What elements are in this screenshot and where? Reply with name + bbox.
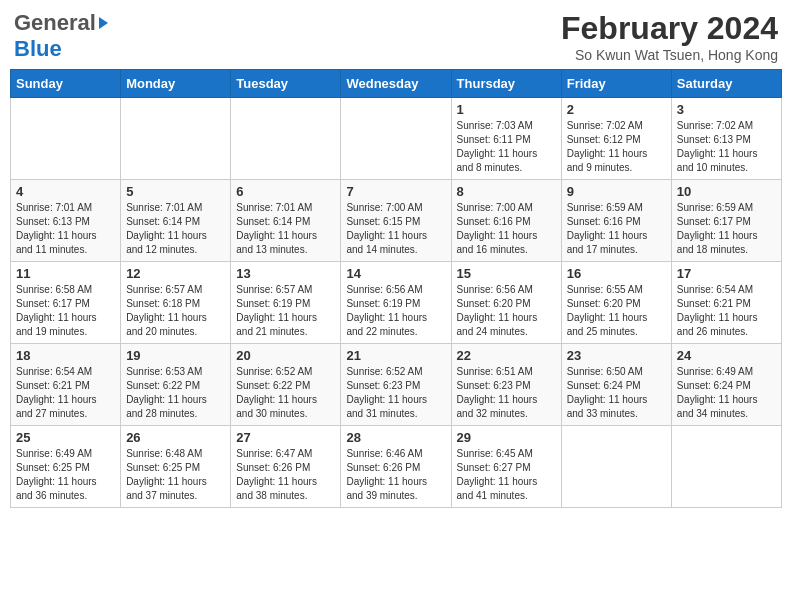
calendar-cell: 4Sunrise: 7:01 AM Sunset: 6:13 PM Daylig… — [11, 180, 121, 262]
cell-info-text: Sunrise: 6:50 AM Sunset: 6:24 PM Dayligh… — [567, 365, 666, 421]
cell-date-number: 17 — [677, 266, 776, 281]
calendar-cell — [231, 98, 341, 180]
cell-date-number: 24 — [677, 348, 776, 363]
cell-info-text: Sunrise: 6:47 AM Sunset: 6:26 PM Dayligh… — [236, 447, 335, 503]
logo-blue: Blue — [14, 36, 62, 61]
cell-info-text: Sunrise: 6:49 AM Sunset: 6:25 PM Dayligh… — [16, 447, 115, 503]
cell-info-text: Sunrise: 7:03 AM Sunset: 6:11 PM Dayligh… — [457, 119, 556, 175]
logo-triangle-icon — [99, 17, 108, 29]
calendar-cell: 15Sunrise: 6:56 AM Sunset: 6:20 PM Dayli… — [451, 262, 561, 344]
calendar-cell: 16Sunrise: 6:55 AM Sunset: 6:20 PM Dayli… — [561, 262, 671, 344]
weekday-header-thursday: Thursday — [451, 70, 561, 98]
calendar-cell: 29Sunrise: 6:45 AM Sunset: 6:27 PM Dayli… — [451, 426, 561, 508]
cell-date-number: 7 — [346, 184, 445, 199]
calendar-cell: 11Sunrise: 6:58 AM Sunset: 6:17 PM Dayli… — [11, 262, 121, 344]
logo: General Blue — [14, 10, 108, 62]
cell-info-text: Sunrise: 6:59 AM Sunset: 6:17 PM Dayligh… — [677, 201, 776, 257]
cell-date-number: 9 — [567, 184, 666, 199]
cell-date-number: 22 — [457, 348, 556, 363]
cell-info-text: Sunrise: 6:56 AM Sunset: 6:19 PM Dayligh… — [346, 283, 445, 339]
cell-date-number: 4 — [16, 184, 115, 199]
cell-date-number: 18 — [16, 348, 115, 363]
weekday-header-friday: Friday — [561, 70, 671, 98]
cell-info-text: Sunrise: 6:52 AM Sunset: 6:22 PM Dayligh… — [236, 365, 335, 421]
cell-info-text: Sunrise: 6:46 AM Sunset: 6:26 PM Dayligh… — [346, 447, 445, 503]
calendar-cell — [341, 98, 451, 180]
cell-date-number: 3 — [677, 102, 776, 117]
calendar-cell — [671, 426, 781, 508]
calendar-cell: 7Sunrise: 7:00 AM Sunset: 6:15 PM Daylig… — [341, 180, 451, 262]
cell-info-text: Sunrise: 7:00 AM Sunset: 6:15 PM Dayligh… — [346, 201, 445, 257]
cell-info-text: Sunrise: 6:55 AM Sunset: 6:20 PM Dayligh… — [567, 283, 666, 339]
weekday-header-saturday: Saturday — [671, 70, 781, 98]
calendar-cell: 9Sunrise: 6:59 AM Sunset: 6:16 PM Daylig… — [561, 180, 671, 262]
cell-date-number: 15 — [457, 266, 556, 281]
cell-info-text: Sunrise: 6:57 AM Sunset: 6:18 PM Dayligh… — [126, 283, 225, 339]
cell-date-number: 25 — [16, 430, 115, 445]
week-row-2: 4Sunrise: 7:01 AM Sunset: 6:13 PM Daylig… — [11, 180, 782, 262]
calendar-subtitle: So Kwun Wat Tsuen, Hong Kong — [561, 47, 778, 63]
cell-date-number: 6 — [236, 184, 335, 199]
weekday-header-row: SundayMondayTuesdayWednesdayThursdayFrid… — [11, 70, 782, 98]
cell-date-number: 29 — [457, 430, 556, 445]
calendar-cell: 1Sunrise: 7:03 AM Sunset: 6:11 PM Daylig… — [451, 98, 561, 180]
cell-date-number: 28 — [346, 430, 445, 445]
cell-date-number: 16 — [567, 266, 666, 281]
cell-date-number: 23 — [567, 348, 666, 363]
cell-info-text: Sunrise: 6:57 AM Sunset: 6:19 PM Dayligh… — [236, 283, 335, 339]
cell-date-number: 2 — [567, 102, 666, 117]
cell-info-text: Sunrise: 6:56 AM Sunset: 6:20 PM Dayligh… — [457, 283, 556, 339]
calendar-cell: 19Sunrise: 6:53 AM Sunset: 6:22 PM Dayli… — [121, 344, 231, 426]
calendar-cell: 18Sunrise: 6:54 AM Sunset: 6:21 PM Dayli… — [11, 344, 121, 426]
calendar-cell: 10Sunrise: 6:59 AM Sunset: 6:17 PM Dayli… — [671, 180, 781, 262]
cell-info-text: Sunrise: 7:00 AM Sunset: 6:16 PM Dayligh… — [457, 201, 556, 257]
calendar-cell: 3Sunrise: 7:02 AM Sunset: 6:13 PM Daylig… — [671, 98, 781, 180]
cell-info-text: Sunrise: 7:01 AM Sunset: 6:13 PM Dayligh… — [16, 201, 115, 257]
cell-info-text: Sunrise: 7:01 AM Sunset: 6:14 PM Dayligh… — [126, 201, 225, 257]
calendar-cell: 2Sunrise: 7:02 AM Sunset: 6:12 PM Daylig… — [561, 98, 671, 180]
cell-date-number: 19 — [126, 348, 225, 363]
logo-general: General — [14, 10, 96, 36]
cell-info-text: Sunrise: 6:54 AM Sunset: 6:21 PM Dayligh… — [16, 365, 115, 421]
calendar-cell: 14Sunrise: 6:56 AM Sunset: 6:19 PM Dayli… — [341, 262, 451, 344]
calendar-cell — [11, 98, 121, 180]
calendar-cell: 12Sunrise: 6:57 AM Sunset: 6:18 PM Dayli… — [121, 262, 231, 344]
calendar-cell: 22Sunrise: 6:51 AM Sunset: 6:23 PM Dayli… — [451, 344, 561, 426]
week-row-1: 1Sunrise: 7:03 AM Sunset: 6:11 PM Daylig… — [11, 98, 782, 180]
calendar-table: SundayMondayTuesdayWednesdayThursdayFrid… — [10, 69, 782, 508]
cell-date-number: 10 — [677, 184, 776, 199]
cell-date-number: 20 — [236, 348, 335, 363]
cell-info-text: Sunrise: 6:52 AM Sunset: 6:23 PM Dayligh… — [346, 365, 445, 421]
cell-date-number: 8 — [457, 184, 556, 199]
calendar-cell: 5Sunrise: 7:01 AM Sunset: 6:14 PM Daylig… — [121, 180, 231, 262]
cell-info-text: Sunrise: 7:02 AM Sunset: 6:13 PM Dayligh… — [677, 119, 776, 175]
header: General Blue February 2024 So Kwun Wat T… — [10, 10, 782, 63]
calendar-cell: 25Sunrise: 6:49 AM Sunset: 6:25 PM Dayli… — [11, 426, 121, 508]
cell-date-number: 26 — [126, 430, 225, 445]
cell-info-text: Sunrise: 6:54 AM Sunset: 6:21 PM Dayligh… — [677, 283, 776, 339]
cell-info-text: Sunrise: 6:53 AM Sunset: 6:22 PM Dayligh… — [126, 365, 225, 421]
cell-info-text: Sunrise: 7:01 AM Sunset: 6:14 PM Dayligh… — [236, 201, 335, 257]
calendar-cell: 27Sunrise: 6:47 AM Sunset: 6:26 PM Dayli… — [231, 426, 341, 508]
cell-date-number: 11 — [16, 266, 115, 281]
calendar-cell: 20Sunrise: 6:52 AM Sunset: 6:22 PM Dayli… — [231, 344, 341, 426]
week-row-3: 11Sunrise: 6:58 AM Sunset: 6:17 PM Dayli… — [11, 262, 782, 344]
calendar-cell: 21Sunrise: 6:52 AM Sunset: 6:23 PM Dayli… — [341, 344, 451, 426]
calendar-cell: 8Sunrise: 7:00 AM Sunset: 6:16 PM Daylig… — [451, 180, 561, 262]
cell-date-number: 21 — [346, 348, 445, 363]
calendar-cell: 28Sunrise: 6:46 AM Sunset: 6:26 PM Dayli… — [341, 426, 451, 508]
calendar-title: February 2024 — [561, 10, 778, 47]
week-row-4: 18Sunrise: 6:54 AM Sunset: 6:21 PM Dayli… — [11, 344, 782, 426]
cell-info-text: Sunrise: 6:45 AM Sunset: 6:27 PM Dayligh… — [457, 447, 556, 503]
cell-date-number: 12 — [126, 266, 225, 281]
weekday-header-tuesday: Tuesday — [231, 70, 341, 98]
calendar-cell: 13Sunrise: 6:57 AM Sunset: 6:19 PM Dayli… — [231, 262, 341, 344]
weekday-header-sunday: Sunday — [11, 70, 121, 98]
title-area: February 2024 So Kwun Wat Tsuen, Hong Ko… — [561, 10, 778, 63]
cell-date-number: 14 — [346, 266, 445, 281]
week-row-5: 25Sunrise: 6:49 AM Sunset: 6:25 PM Dayli… — [11, 426, 782, 508]
cell-date-number: 27 — [236, 430, 335, 445]
cell-date-number: 13 — [236, 266, 335, 281]
calendar-cell — [121, 98, 231, 180]
calendar-cell — [561, 426, 671, 508]
